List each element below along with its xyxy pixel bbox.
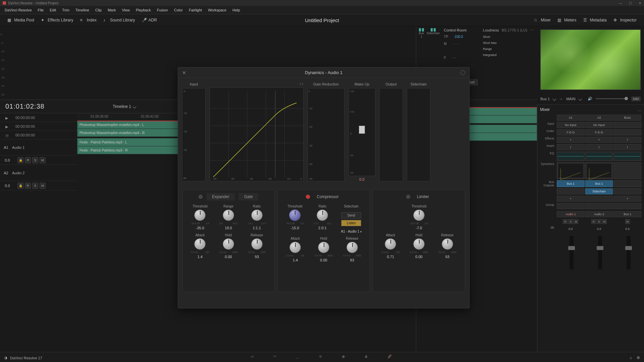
expander-hold-knob[interactable] [223, 238, 234, 250]
mute-button[interactable]: M [574, 219, 578, 224]
bus-add[interactable]: + [613, 196, 641, 202]
close-icon[interactable]: ✕ [639, 1, 641, 5]
bus-select[interactable]: Bus 1 [540, 97, 550, 101]
limiter-enable-toggle[interactable] [406, 195, 410, 199]
compressor-enable-toggle[interactable] [306, 195, 310, 199]
insert-cell[interactable]: I [557, 144, 585, 150]
dialog-titlebar[interactable]: ✕ Dynamics - Audio 1 [178, 67, 469, 78]
fusion-page-icon[interactable]: ⊚ [319, 354, 325, 360]
mixer-col-bus1[interactable]: Bus1 [613, 115, 641, 121]
order-cell[interactable]: F-E-D [585, 129, 613, 135]
more-icon[interactable]: ⋯ [530, 28, 534, 33]
track-header-a2[interactable]: A2 Audio 2 [0, 165, 77, 181]
bus-out-cell[interactable] [613, 180, 641, 187]
record-button[interactable]: R [591, 219, 596, 224]
db-value[interactable]: 0.0 [613, 226, 641, 232]
channel-name[interactable]: Audio 2 [585, 211, 613, 217]
makeup-slider-track[interactable]: +20 +10 0 -10 -20 [348, 88, 375, 176]
mute-button[interactable]: M [40, 157, 46, 163]
compressor-attack-knob[interactable] [289, 242, 301, 253]
makeup-slider-handle[interactable] [359, 126, 365, 134]
compressor-release-value[interactable]: 93 [350, 258, 354, 262]
expander-release-knob[interactable] [251, 238, 263, 250]
limiter-threshold-value[interactable]: -7.0 [416, 226, 422, 230]
menu-color[interactable]: Color [171, 7, 185, 13]
adr-button[interactable]: 🎤ADR [139, 16, 160, 24]
compressor-threshold-value[interactable]: -15.0 [291, 226, 299, 230]
mute-button[interactable]: M [625, 219, 630, 224]
bus-out-cell[interactable]: Bus 1 [585, 180, 613, 187]
timeline-selector[interactable]: Timeline 1 [113, 104, 136, 109]
limiter-threshold-knob[interactable] [413, 209, 425, 221]
limiter-release-knob[interactable] [442, 238, 453, 250]
volume-slider[interactable] [596, 98, 628, 99]
expander-ratio-knob[interactable] [251, 209, 263, 221]
bus-sc-cell[interactable]: Sidechain [585, 188, 613, 194]
solo-button[interactable]: S [597, 219, 601, 224]
mixer-button[interactable]: ⎍Mixer [531, 16, 554, 24]
input-cell[interactable]: No Input [585, 122, 613, 128]
deliver-page-icon[interactable]: 🚀 [387, 354, 393, 360]
menu-trim[interactable]: Trim [59, 7, 72, 13]
dialog-reset-button[interactable] [461, 70, 465, 75]
dynamics-cell[interactable] [557, 162, 585, 179]
meters-button[interactable]: ▥Meters [554, 16, 580, 24]
limiter-release-value[interactable]: 93 [445, 255, 449, 259]
limiter-attack-value[interactable]: 0.71 [387, 255, 394, 259]
menu-fairlight[interactable]: Fairlight [186, 7, 205, 13]
mute-button[interactable]: M [602, 219, 607, 224]
menu-help[interactable]: Help [230, 7, 243, 13]
compressor-release-knob[interactable] [346, 242, 358, 253]
expander-enable-toggle[interactable] [199, 195, 203, 199]
mute-button[interactable]: M [40, 183, 46, 189]
menu-workspace[interactable]: Workspace [205, 7, 229, 13]
sidechain-source-select[interactable]: A1 - Audio 1 ▾ [341, 230, 362, 233]
menu-mark[interactable]: Mark [105, 7, 118, 13]
lock-button[interactable]: 🔒 [17, 183, 23, 189]
effects-add[interactable]: + [613, 137, 641, 143]
record-button[interactable]: R [563, 219, 568, 224]
settings-icon[interactable]: ⚙ [637, 356, 640, 360]
home-icon[interactable]: ⌂ [630, 356, 632, 360]
fader-a1[interactable] [570, 236, 574, 269]
input-cell[interactable] [613, 122, 641, 128]
fairlight-page-icon[interactable]: ♫ [365, 354, 371, 360]
media-page-icon[interactable]: ▭ [251, 354, 257, 360]
order-cell[interactable] [613, 129, 641, 135]
edit-page-icon[interactable]: ⎯ [296, 354, 302, 360]
solo-button[interactable]: S [32, 183, 38, 189]
metadata-button[interactable]: ☰Metadata [580, 16, 610, 24]
compressor-threshold-knob[interactable] [289, 209, 301, 221]
menu-fusion[interactable]: Fusion [154, 7, 171, 13]
more-icon[interactable]: ⋯ [638, 109, 641, 113]
record-button[interactable]: R [25, 183, 31, 189]
order-cell[interactable]: F-E-D [557, 129, 585, 135]
limiter-hold-knob[interactable] [413, 238, 425, 250]
expander-attack-knob[interactable] [194, 238, 206, 250]
play-icon[interactable]: ▶ [5, 116, 9, 119]
cut-page-icon[interactable]: ✂ [273, 354, 279, 360]
effects-library-button[interactable]: ✦Effects Library [38, 16, 76, 24]
input-cell[interactable]: No Input [557, 122, 585, 128]
menu-edit[interactable]: Edit [47, 7, 59, 13]
menu-playback[interactable]: Playback [133, 7, 154, 13]
media-pool-button[interactable]: ▦Media Pool [4, 16, 38, 24]
sound-library-button[interactable]: ♪Sound Library [100, 16, 139, 24]
menu-timeline[interactable]: Timeline [73, 7, 92, 13]
maximize-icon[interactable]: ☐ [629, 1, 632, 5]
makeup-value[interactable]: 0.0 [348, 177, 375, 181]
solo-button[interactable]: S [32, 157, 38, 163]
compressor-attack-value[interactable]: 1.4 [293, 258, 298, 262]
expander-attack-value[interactable]: 1.4 [198, 255, 203, 259]
dim-button[interactable]: DIM [631, 97, 641, 101]
gate-tab[interactable]: Gate [239, 193, 258, 200]
eq-cell[interactable] [613, 152, 641, 161]
dynamics-cell[interactable] [613, 162, 641, 179]
solo-button[interactable]: S [568, 219, 573, 224]
track-level[interactable]: 0.0 [0, 158, 15, 162]
expander-tab[interactable]: Expander [207, 193, 234, 200]
limiter-attack-knob[interactable] [385, 238, 396, 250]
db-value[interactable]: 0.0 [557, 226, 585, 232]
inspector-button[interactable]: ✜Inspector [610, 16, 640, 24]
menu-davinci[interactable]: DaVinci Resolve [2, 7, 35, 13]
